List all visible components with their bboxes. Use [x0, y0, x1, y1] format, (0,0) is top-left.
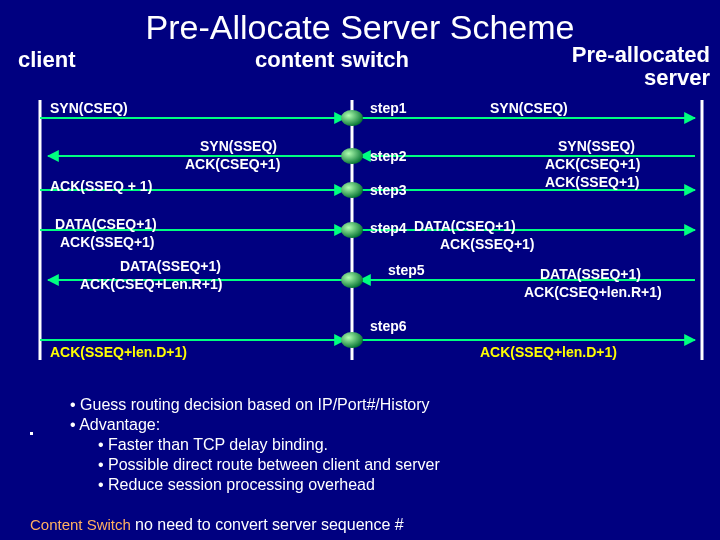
- svg-point-16: [341, 148, 363, 164]
- msg-syn-sseq-right: SYN(SSEQ): [558, 138, 635, 154]
- slide-title: Pre-Allocate Server Scheme: [0, 0, 720, 47]
- svg-point-17: [341, 182, 363, 198]
- bullet-faster: Faster than TCP delay binding.: [70, 435, 440, 455]
- advantage-bullets: Guess routing decision based on IP/Port#…: [70, 395, 440, 495]
- msg-ack-cseq1-left: ACK(CSEQ+1): [185, 156, 280, 172]
- footer-title: Content Switch: [30, 516, 131, 533]
- bullet-marker-icon: [30, 432, 33, 435]
- msg-syn-cseq-right: SYN(CSEQ): [490, 100, 568, 116]
- step2-label: step2: [370, 148, 407, 164]
- msg-ack-sseq1-left: ACK(SSEQ + 1): [50, 178, 152, 194]
- msg-data-sseq1-left: DATA(SSEQ+1): [120, 258, 221, 274]
- server-role-label: Pre-allocatedserver: [572, 43, 710, 89]
- msg-ack-cseq-lenr-left: ACK(CSEQ+Len.R+1): [80, 276, 222, 292]
- step1-label: step1: [370, 100, 407, 116]
- svg-point-19: [341, 272, 363, 288]
- bullet-guess: Guess routing decision based on IP/Port#…: [70, 395, 440, 415]
- msg-ack-sseq1b-left: ACK(SSEQ+1): [60, 234, 155, 250]
- msg-ack-sseq1-right: ACK(SSEQ+1): [545, 174, 640, 190]
- msg-syn-cseq-left: SYN(CSEQ): [50, 100, 128, 116]
- msg-ack-sseq-lend-left: ACK(SSEQ+len.D+1): [50, 344, 187, 360]
- step4-label: step4: [370, 220, 407, 236]
- footer-overlap-text: no need to convert server sequence #: [135, 516, 404, 533]
- step3-label: step3: [370, 182, 407, 198]
- bullet-direct-route: Possible direct route between client and…: [70, 455, 440, 475]
- msg-ack-cseq1-right: ACK(CSEQ+1): [545, 156, 640, 172]
- step6-label: step6: [370, 318, 407, 334]
- content-switch-role-label: content switch: [255, 47, 409, 73]
- svg-point-18: [341, 222, 363, 238]
- msg-ack-cseq-lenr-right: ACK(CSEQ+len.R+1): [524, 284, 662, 300]
- msg-data-cseq1-left: DATA(CSEQ+1): [55, 216, 157, 232]
- bullet-reduce-overhead: Reduce session processing overhead: [70, 475, 440, 495]
- msg-data-cseq1-right: DATA(CSEQ+1): [414, 218, 516, 234]
- client-role-label: client: [18, 47, 75, 73]
- footer: Content Switch no need to convert server…: [30, 516, 404, 534]
- msg-ack-sseq1b-right: ACK(SSEQ+1): [440, 236, 535, 252]
- svg-point-15: [341, 110, 363, 126]
- step5-label: step5: [388, 262, 425, 278]
- msg-data-sseq1-right: DATA(SSEQ+1): [540, 266, 641, 282]
- msg-syn-sseq-left: SYN(SSEQ): [200, 138, 277, 154]
- bullet-advantage: Advantage:: [70, 415, 440, 435]
- svg-point-20: [341, 332, 363, 348]
- msg-ack-sseq-lend-right: ACK(SSEQ+len.D+1): [480, 344, 617, 360]
